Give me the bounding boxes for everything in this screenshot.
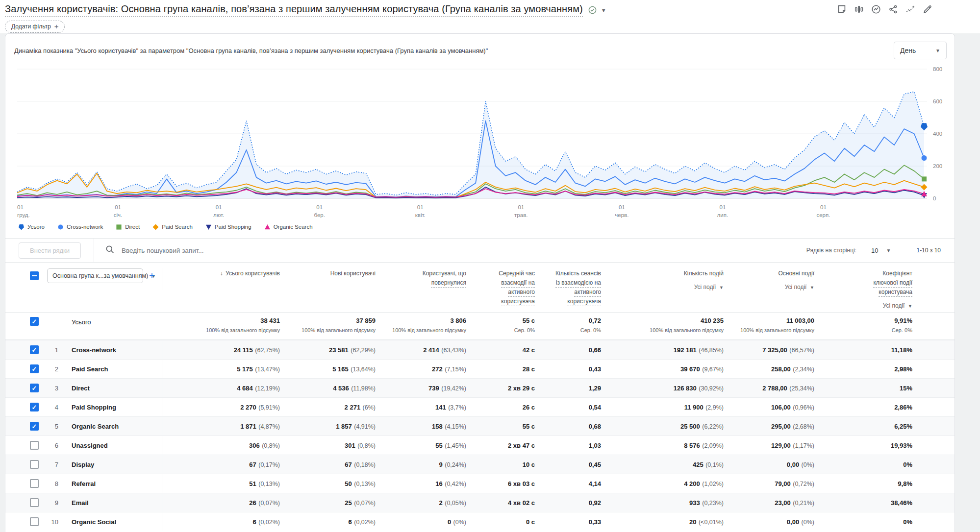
search-input[interactable] [121, 246, 328, 255]
column-header[interactable]: ↓ Усього користувачів [162, 267, 280, 312]
title-dropdown-caret[interactable]: ▼ [601, 7, 606, 13]
row-checkbox[interactable] [30, 517, 39, 526]
rows-per-page-select[interactable]: 10 ▼ [871, 247, 891, 254]
metric-cell: 1,29 [535, 384, 601, 392]
insights-spark-icon[interactable] [905, 4, 916, 15]
check-circle-icon [588, 5, 597, 15]
add-filter-button[interactable]: Додати фільтр + [5, 21, 65, 33]
table-row[interactable]: 9Email26 (0,07%)25 (0,07%)2 (0,05%)4 хв … [5, 493, 955, 512]
svg-text:200: 200 [933, 163, 942, 169]
legend-marker-circle [57, 224, 64, 230]
note-icon[interactable] [836, 4, 847, 15]
totals-cell: 55 сСер. 0% [466, 317, 535, 333]
column-header[interactable]: Середній часвзаємодії наактивногокористу… [466, 267, 535, 312]
svg-text:трав.: трав. [514, 212, 528, 218]
report-header: Залучення користувачів: Основна група ка… [0, 0, 980, 32]
row-number: 7 [45, 461, 58, 468]
column-header[interactable]: Кількість подійУсі події ▼ [601, 267, 724, 312]
metric-cell: 11,18% [814, 345, 912, 354]
add-dimension-button[interactable]: + [149, 271, 155, 281]
totals-checkbox[interactable]: ✓ [30, 317, 39, 326]
table-row[interactable]: 7Display67 (0,17%)67 (0,18%)9 (0,24%)10 … [5, 455, 955, 474]
metric-cell: 1 871 (4,87%) [162, 422, 280, 431]
row-number: 8 [45, 480, 58, 487]
chevron-down-icon: ▼ [886, 248, 891, 253]
legend-label: Cross-network [67, 224, 103, 230]
totals-cell: 410 235100% від загального підсумку [601, 317, 724, 333]
legend-item[interactable]: Direct [116, 224, 140, 230]
svg-text:01: 01 [17, 204, 24, 210]
select-all-checkbox[interactable] [30, 271, 39, 280]
svg-text:01: 01 [115, 204, 121, 210]
row-checkbox[interactable] [30, 498, 39, 507]
sort-desc-icon: ↓ [220, 269, 223, 278]
metric-cell: 67 (0,18%) [280, 460, 376, 469]
chevron-down-icon: ▼ [810, 285, 814, 290]
search-box [105, 244, 328, 256]
table-row[interactable]: ✓2Paid Search5 175 (13,47%)5 165 (13,64%… [5, 359, 955, 378]
row-checkbox[interactable] [30, 441, 39, 450]
row-checkbox[interactable]: ✓ [30, 384, 39, 392]
events-filter-select[interactable]: Усі події ▼ [724, 283, 814, 292]
legend-item[interactable]: Усього [18, 224, 45, 230]
metric-cell: 0,43 [535, 364, 601, 373]
svg-text:01: 01 [216, 204, 222, 210]
column-header[interactable]: Користувачі, щоповернулися [376, 267, 466, 312]
row-number: 5 [45, 423, 58, 430]
granularity-select[interactable]: День ▼ [894, 42, 947, 59]
svg-text:квіт.: квіт. [415, 212, 426, 218]
legend-item[interactable]: Paid Shopping [205, 224, 251, 230]
table-row[interactable]: 6Unassigned306 (0,8%)301 (0,8%)55 (1,45%… [5, 435, 955, 455]
metric-cell: 5 165 (13,64%) [280, 364, 376, 373]
table-row[interactable]: 10Organic Social6 (0,02%)6 (0,02%)0 (0%)… [5, 512, 955, 531]
divider [94, 239, 94, 262]
table-row[interactable]: ✓5Organic Search1 871 (4,87%)1 857 (4,91… [5, 416, 955, 435]
svg-text:січ.: січ. [114, 212, 123, 218]
metric-cell: 79,00 (0,72%) [724, 479, 814, 488]
row-checkbox[interactable]: ✓ [30, 364, 39, 373]
chevron-down-icon: ▼ [935, 48, 940, 53]
channel-name: Direct [58, 379, 162, 397]
column-header[interactable]: Нові користувачі [280, 267, 376, 312]
legend-item[interactable]: Organic Search [264, 224, 313, 230]
svg-text:01: 01 [719, 204, 726, 210]
dimension-select[interactable]: Основна група к...за умовчанням) ▼ [47, 268, 143, 283]
events-filter-select[interactable]: Усі події ▼ [814, 301, 912, 311]
row-number: 3 [45, 385, 58, 392]
comparison-icon[interactable] [854, 4, 864, 15]
row-checkbox[interactable] [30, 479, 39, 488]
metric-cell: 2 270 (5,91%) [162, 403, 280, 411]
table-row[interactable]: 8Referral51 (0,13%)50 (0,13%)16 (0,42%)6… [5, 474, 955, 493]
metric-cell: 9 (0,24%) [376, 460, 466, 469]
events-filter-select[interactable]: Усі події ▼ [601, 283, 724, 292]
metric-cell: 0% [814, 460, 912, 469]
metric-cell: 0,00 (0%) [724, 517, 814, 526]
edit-icon[interactable] [922, 4, 933, 15]
row-checkbox[interactable]: ✓ [30, 403, 39, 411]
table-toolbar: Внести рядки Рядків на сторінці: 10 ▼ 1-… [5, 239, 955, 263]
row-checkbox[interactable] [30, 460, 39, 469]
insights-circle-icon[interactable] [871, 4, 881, 15]
metric-cell: 4 хв 02 с [466, 498, 535, 507]
totals-cell: 9,91%Сер. 0% [814, 317, 912, 333]
column-header[interactable]: Кількість сеансівіз взаємодією наактивно… [535, 267, 601, 312]
chevron-down-icon: ▼ [908, 304, 912, 309]
legend-item[interactable]: Cross-network [57, 224, 103, 230]
table-row[interactable]: ✓3Direct4 684 (12,19%)4 536 (11,98%)739 … [5, 378, 955, 397]
share-icon[interactable] [888, 4, 899, 15]
load-rows-button[interactable]: Внести рядки [19, 242, 81, 259]
table-row[interactable]: ✓4Paid Shopping2 270 (5,91%)2 271 (6%)14… [5, 397, 955, 416]
svg-text:черв.: черв. [615, 212, 628, 218]
channel-name: Organic Social [58, 512, 162, 531]
svg-text:01: 01 [316, 204, 323, 210]
metric-cell: 7 325,00 (66,57%) [724, 345, 814, 354]
column-header[interactable]: Основні подіїУсі події ▼ [724, 267, 814, 312]
table-row[interactable]: ✓1Cross-network24 115 (62,75%)23 581 (62… [5, 340, 955, 359]
metric-cell: 306 (0,8%) [162, 441, 280, 450]
column-header[interactable]: Коефіцієнтключової подіїкористувачаУсі п… [814, 267, 912, 312]
metric-cell: 0,00 (0%) [724, 460, 814, 469]
metric-cell: 10 с [466, 460, 535, 469]
row-checkbox[interactable]: ✓ [30, 422, 39, 431]
legend-item[interactable]: Paid Search [152, 224, 193, 230]
row-checkbox[interactable]: ✓ [30, 345, 39, 354]
